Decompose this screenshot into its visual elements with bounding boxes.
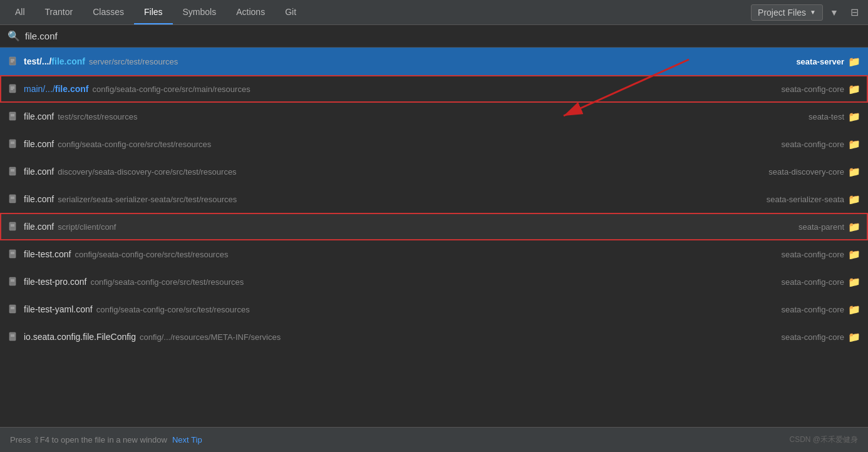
file-path-2: config/seata-config-core/src/main/resour… (92, 85, 250, 94)
module-name-11: seata-config-core (782, 332, 844, 342)
nav-item-actions[interactable]: Actions (226, 0, 275, 24)
file-name-prefix-2: main/.../ (24, 84, 55, 94)
file-name-3: file.conf (24, 111, 54, 121)
file-icon-6 (8, 193, 19, 205)
file-icon-2 (8, 83, 19, 95)
file-path-9: config/seata-config-core/src/test/resour… (90, 277, 244, 287)
file-name-6: file.conf (24, 194, 54, 204)
result-item-3[interactable]: file.conf test/src/test/resources seata-… (0, 103, 868, 130)
module-name-5: seata-discovery-core (768, 167, 844, 177)
file-path-4: config/seata-config-core/src/test/resour… (58, 140, 211, 149)
result-item-5[interactable]: file.conf discovery/seata-discovery-core… (0, 158, 868, 185)
file-icon-1 (8, 56, 19, 67)
nav-item-symbols[interactable]: Symbols (173, 0, 227, 24)
layout-icon-button[interactable]: ⊟ (845, 4, 863, 21)
file-path-10: config/seata-config-core/src/test/resour… (96, 305, 250, 314)
file-icon-4 (8, 138, 19, 150)
filter-icon-button[interactable]: ▼ (825, 4, 843, 21)
file-icon-7 (8, 221, 19, 232)
file-path-7: script/client/conf (58, 222, 116, 232)
project-files-label: Project Files (758, 8, 806, 18)
module-name-9: seata-config-core (782, 277, 844, 287)
status-bar: Press ⇧F4 to open the file in a new wind… (0, 427, 868, 452)
nav-item-all[interactable]: All (5, 0, 35, 24)
top-nav: All Trantor Classes Files Symbols Action… (0, 0, 868, 25)
file-name-prefix-1: test/.../ (24, 56, 51, 66)
module-name-7: seata-parent (798, 222, 844, 232)
folder-icon-11: 📁 (848, 331, 860, 343)
file-name-mark-2: file.conf (55, 84, 89, 94)
project-files-button[interactable]: Project Files ▼ (751, 4, 823, 21)
result-item-9[interactable]: file-test-pro.conf config/seata-config-c… (0, 268, 868, 295)
result-item-11[interactable]: io.seata.config.file.FileConfig config/.… (0, 323, 868, 351)
file-path-6: serializer/seata-serializer-seata/src/te… (58, 195, 237, 204)
search-bar: 🔍 (0, 25, 868, 48)
file-name-10: file-test-yaml.conf (24, 304, 93, 314)
next-tip-button[interactable]: Next Tip (172, 435, 202, 444)
folder-icon-9: 📁 (848, 276, 860, 288)
module-name-4: seata-config-core (782, 140, 844, 149)
file-path-11: config/.../resources/META-INF/services (140, 332, 281, 342)
nav-item-trantor[interactable]: Trantor (35, 0, 83, 24)
file-path-1: server/src/test/resources (89, 57, 178, 66)
file-icon-9 (8, 276, 19, 287)
folder-icon-8: 📁 (848, 249, 860, 260)
file-icon-11 (8, 331, 19, 342)
folder-icon-2: 📁 (848, 83, 860, 95)
file-name-4: file.conf (24, 139, 54, 149)
module-name-8: seata-config-core (782, 250, 844, 259)
result-item-10[interactable]: file-test-yaml.conf config/seata-config-… (0, 295, 868, 323)
folder-icon-4: 📁 (848, 138, 860, 150)
folder-icon-1: 📁 (848, 56, 860, 68)
result-item-2[interactable]: main/.../file.conf config/seata-config-c… (0, 75, 868, 103)
result-item-8[interactable]: file-test.conf config/seata-config-core/… (0, 240, 868, 268)
folder-icon-6: 📁 (848, 193, 860, 205)
module-name-3: seata-test (809, 112, 844, 121)
result-item-1[interactable]: test/.../file.conf server/src/test/resou… (0, 48, 868, 75)
file-name-11: io.seata.config.file.FileConfig (24, 332, 136, 342)
file-icon-8 (8, 249, 19, 260)
folder-icon-7: 📁 (848, 221, 860, 233)
file-name-5: file.conf (24, 167, 54, 177)
watermark: CSDN @禾禾爱健身 (789, 434, 858, 445)
chevron-down-icon: ▼ (810, 9, 816, 16)
nav-item-files[interactable]: Files (134, 0, 173, 24)
results-list: test/.../file.conf server/src/test/resou… (0, 48, 868, 427)
file-path-5: discovery/seata-discovery-core/src/test/… (58, 167, 236, 177)
search-icon: 🔍 (8, 30, 20, 42)
folder-icon-3: 📁 (848, 111, 860, 123)
nav-item-git[interactable]: Git (275, 0, 306, 24)
search-input[interactable] (25, 31, 860, 41)
module-name-1: seata-server (796, 57, 844, 66)
file-name-highlight-1: file.conf (51, 56, 85, 66)
file-name-8: file-test.conf (24, 249, 71, 259)
file-name-9: file-test-pro.conf (24, 277, 86, 287)
result-item-7[interactable]: file.conf script/client/conf seata-paren… (0, 213, 868, 240)
file-name-7: file.conf (24, 222, 54, 232)
nav-item-classes[interactable]: Classes (83, 0, 134, 24)
result-item-6[interactable]: file.conf serializer/seata-serializer-se… (0, 185, 868, 213)
file-path-3: test/src/test/resources (58, 112, 137, 121)
file-icon-3 (8, 111, 19, 122)
file-icon-10 (8, 304, 19, 315)
module-name-6: seata-serializer-seata (767, 195, 844, 204)
file-path-8: config/seata-config-core/src/test/resour… (75, 250, 228, 259)
module-name-10: seata-config-core (782, 305, 844, 314)
press-hint: Press ⇧F4 to open the file in a new wind… (10, 435, 167, 444)
folder-icon-10: 📁 (848, 304, 860, 316)
folder-icon-5: 📁 (848, 166, 860, 178)
file-icon-5 (8, 166, 19, 177)
module-name-2: seata-config-core (782, 85, 844, 94)
main-content: 🔍 test/.../file.conf server/src/test/res… (0, 25, 868, 452)
result-item-4[interactable]: file.conf config/seata-config-core/src/t… (0, 130, 868, 158)
